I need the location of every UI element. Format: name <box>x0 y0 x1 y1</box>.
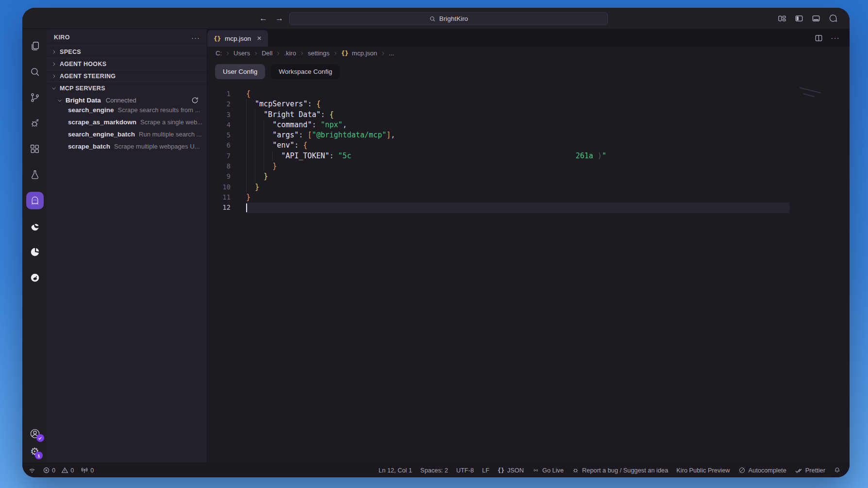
code-token: "API_TOKEN" <box>281 151 329 161</box>
chevron-right-icon <box>381 51 385 56</box>
account-icon[interactable] <box>29 428 41 439</box>
testing-flask-icon[interactable] <box>22 162 47 187</box>
chevron-right-icon <box>300 51 304 56</box>
code-token: , <box>343 120 347 130</box>
search-text: BrightKiro <box>439 15 468 22</box>
mcp-tool-scrape-as-markdown[interactable]: scrape_as_markdown Scrape a single web..… <box>47 118 207 131</box>
workspace-config-button[interactable]: Workspace Config <box>271 64 340 79</box>
server-status: Connected <box>106 97 136 104</box>
encoding[interactable]: UTF-8 <box>456 467 474 474</box>
line-number: 11 <box>207 192 231 202</box>
autocomplete-toggle[interactable]: Autocomplete <box>738 467 786 474</box>
sidebar-section-agent-steering[interactable]: AGENT STEERING <box>47 70 207 82</box>
history-back-icon[interactable]: ← <box>259 14 267 23</box>
code-line[interactable]: 8} <box>207 161 790 171</box>
code-token: "5c <box>338 151 351 161</box>
command-center-search[interactable]: BrightKiro <box>289 12 608 25</box>
ports-indicator[interactable]: 0 <box>81 467 94 474</box>
toggle-panel-icon[interactable] <box>811 14 821 23</box>
more-actions-icon[interactable]: ··· <box>831 34 840 42</box>
extensions-icon[interactable] <box>22 136 47 162</box>
split-editor-icon[interactable] <box>814 34 823 43</box>
remote-indicator[interactable] <box>28 467 36 474</box>
code-line[interactable]: 3"Bright Data": { <box>207 110 790 120</box>
cursor-position[interactable]: Ln 12, Col 1 <box>379 467 412 474</box>
language-mode[interactable]: {} JSON <box>498 467 524 474</box>
code-line[interactable]: 5"args": ["@brightdata/mcp"], <box>207 130 790 140</box>
code-line[interactable]: 11} <box>207 192 790 202</box>
indent-guide <box>264 151 272 161</box>
code-line[interactable]: 10} <box>207 182 790 192</box>
explorer-icon[interactable] <box>22 33 47 59</box>
tab-label: mcp.json <box>225 35 251 42</box>
toggle-sidebar-icon[interactable] <box>794 14 804 23</box>
code-line[interactable]: 7"API_TOKEN": "5c261a )" <box>207 151 790 161</box>
code-token: } <box>255 182 259 192</box>
code-token: "Bright Data" <box>264 110 320 120</box>
sidebar-section-mcp-servers[interactable]: MCP SERVERS <box>47 82 207 94</box>
code-line[interactable]: 4"command": "npx", <box>207 120 790 130</box>
chevron-right-icon <box>225 51 230 56</box>
notifications-bell-icon[interactable] <box>834 467 841 474</box>
slash-circle-icon <box>738 467 746 474</box>
mcp-tool-search-engine[interactable]: search_engine Scrape search results from… <box>47 106 207 118</box>
code-line[interactable]: 1{ <box>207 89 790 99</box>
code-token: { <box>330 110 334 120</box>
code-token: : <box>307 99 316 109</box>
code-token: "@brightdata/mcp" <box>312 130 386 140</box>
line-number: 6 <box>207 140 231 151</box>
line-number: 12 <box>207 202 231 213</box>
sidebar-more-actions-icon[interactable]: ··· <box>191 34 200 42</box>
search-sidebar-icon[interactable] <box>22 59 47 84</box>
settings-gear-icon[interactable]: ⚙ 1 <box>30 446 39 457</box>
line-number: 3 <box>207 110 231 120</box>
kiro-ghost-icon[interactable] <box>22 187 47 213</box>
code-line[interactable]: 2"mcpServers": { <box>207 99 790 109</box>
eol-sequence[interactable]: LF <box>482 467 489 474</box>
history-forward-icon[interactable]: → <box>275 14 284 23</box>
pie-circle-logo-icon[interactable] <box>22 239 47 265</box>
close-tab-icon[interactable]: ✕ <box>257 35 262 42</box>
layout-panels-icon[interactable] <box>777 14 787 23</box>
editor-group: {} mcp.json ✕ ··· C: Users Dell .k <box>207 29 850 463</box>
chat-bubble-icon[interactable] <box>828 14 838 23</box>
indent-guide <box>272 151 281 161</box>
sidebar-section-specs[interactable]: SPECS <box>47 46 207 58</box>
indent-guide <box>246 151 255 161</box>
code-token: : <box>321 110 330 120</box>
code-token: , <box>391 130 395 140</box>
mcp-server-bright-data[interactable]: Bright Data Connected <box>47 94 207 106</box>
go-live-button[interactable]: Go Live <box>532 467 564 474</box>
chevron-down-icon <box>57 98 63 103</box>
breadcrumb[interactable]: C: Users Dell .kiro settings {} mcp.json… <box>207 47 850 60</box>
refresh-icon[interactable] <box>191 96 199 104</box>
report-bug-button[interactable]: Report a bug / Suggest an idea <box>572 467 668 474</box>
tab-mcp-json[interactable]: {} mcp.json ✕ <box>207 30 268 47</box>
run-debug-icon[interactable] <box>22 110 47 136</box>
prettier-status[interactable]: Prettier <box>795 467 825 474</box>
dev-swoosh-logo-icon[interactable] <box>22 213 47 239</box>
indent-guide <box>255 161 264 171</box>
user-config-button[interactable]: User Config <box>215 64 265 79</box>
mcp-tool-scrape-batch[interactable]: scrape_batch Scrape multiple webpages U.… <box>47 143 207 155</box>
kiro-public-preview-label[interactable]: Kiro Public Preview <box>676 467 730 474</box>
code-editor[interactable]: 1{2"mcpServers": {3"Bright Data": {4"com… <box>207 83 850 463</box>
rabbit-circle-logo-icon[interactable] <box>22 265 47 290</box>
indentation[interactable]: Spaces: 2 <box>420 467 448 474</box>
activity-bar: ⚙ 1 <box>22 29 47 463</box>
indent-guide <box>246 182 255 192</box>
code-line[interactable]: 9} <box>207 171 790 182</box>
double-check-icon <box>795 467 802 474</box>
code-token: } <box>246 192 250 202</box>
code-line[interactable]: 6"env": { <box>207 140 790 151</box>
code-line[interactable]: 12 <box>207 202 790 213</box>
line-number: 2 <box>207 99 231 109</box>
problems-indicator[interactable]: 0 0 <box>43 467 74 474</box>
json-file-icon: {} <box>341 50 349 57</box>
redacted-token-gap <box>351 156 576 156</box>
server-name: Bright Data <box>66 97 101 104</box>
bug-icon <box>572 467 579 474</box>
source-control-icon[interactable] <box>22 84 47 110</box>
mcp-tool-search-engine-batch[interactable]: search_engine_batch Run multiple search … <box>47 131 207 143</box>
sidebar-section-agent-hooks[interactable]: AGENT HOOKS <box>47 58 207 70</box>
